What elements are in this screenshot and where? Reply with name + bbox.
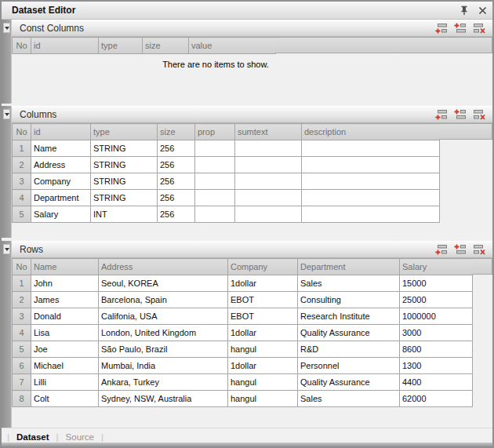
collapse-button[interactable]	[3, 23, 10, 33]
cell-name[interactable]: Donald	[31, 308, 99, 325]
cell-prop[interactable]	[195, 190, 235, 206]
cell-no[interactable]: 6	[13, 358, 31, 374]
cell-company[interactable]: hangul	[228, 391, 298, 407]
column-header-company[interactable]: Company	[228, 259, 298, 275]
column-header-type[interactable]: type	[99, 38, 143, 54]
cell-no[interactable]: 2	[13, 157, 31, 173]
cell-description[interactable]	[302, 140, 440, 157]
pin-button[interactable]	[459, 5, 470, 16]
cell-salary[interactable]: 1000000	[400, 308, 473, 325]
cell-size[interactable]: 256	[158, 206, 195, 223]
column-header-salary[interactable]: Salary	[400, 259, 473, 275]
cell-no[interactable]: 5	[13, 341, 31, 358]
cell-salary[interactable]: 62000	[400, 391, 473, 407]
cell-id[interactable]: Name	[31, 140, 91, 157]
cell-company[interactable]: 1dollar	[228, 358, 298, 374]
cell-salary[interactable]: 3000	[400, 325, 473, 341]
cell-prop[interactable]	[195, 173, 235, 190]
column-header-department[interactable]: Department	[298, 259, 400, 275]
cell-prop[interactable]	[195, 206, 235, 223]
cell-name[interactable]: Lilli	[31, 374, 99, 391]
cell-address[interactable]: Barcelona, Spain	[99, 292, 228, 308]
cell-name[interactable]: John	[31, 275, 99, 292]
cell-sumtext[interactable]	[235, 173, 302, 190]
cell-sumtext[interactable]	[235, 157, 302, 173]
cell-company[interactable]: hangul	[228, 374, 298, 391]
column-header-value[interactable]: value	[189, 38, 276, 54]
cell-salary[interactable]: 4400	[400, 374, 473, 391]
column-header-description[interactable]: description	[302, 124, 440, 140]
cell-prop[interactable]	[195, 140, 235, 157]
cell-no[interactable]: 8	[13, 391, 31, 407]
cell-sumtext[interactable]	[235, 190, 302, 206]
cell-description[interactable]	[302, 206, 440, 223]
insert-row-button[interactable]	[454, 244, 467, 255]
cell-department[interactable]: Research Institute	[298, 308, 400, 325]
cell-id[interactable]: Department	[31, 190, 91, 206]
cell-company[interactable]: hangul	[228, 341, 298, 358]
delete-row-button[interactable]	[473, 244, 485, 255]
cell-name[interactable]: Lisa	[31, 325, 99, 341]
cell-department[interactable]: Sales	[298, 391, 400, 407]
cell-size[interactable]: 256	[158, 140, 195, 157]
cell-no[interactable]: 1	[13, 275, 31, 292]
cell-no[interactable]: 5	[13, 206, 31, 223]
cell-address[interactable]: Mumbai, India	[99, 358, 228, 374]
cell-salary[interactable]: 25000	[400, 292, 473, 308]
cell-sumtext[interactable]	[235, 206, 302, 223]
cell-no[interactable]: 2	[13, 292, 31, 308]
cell-name[interactable]: James	[31, 292, 99, 308]
cell-company[interactable]: 1dollar	[228, 275, 298, 292]
cell-address[interactable]: Ankara, Turkey	[99, 374, 228, 391]
cell-id[interactable]: Salary	[31, 206, 91, 223]
cell-no[interactable]: 4	[13, 325, 31, 341]
cell-type[interactable]: INT	[91, 206, 158, 223]
insert-row-button[interactable]	[454, 109, 467, 120]
close-button[interactable]	[477, 5, 488, 16]
cell-id[interactable]: Address	[31, 157, 91, 173]
cell-department[interactable]: R&D	[298, 341, 400, 358]
cell-salary[interactable]: 8600	[400, 341, 473, 358]
cell-description[interactable]	[302, 173, 440, 190]
column-header-size[interactable]: size	[158, 124, 195, 140]
cell-address[interactable]: Califonia, USA	[99, 308, 228, 325]
collapse-button[interactable]	[3, 244, 10, 254]
cell-type[interactable]: STRING	[91, 140, 158, 157]
add-row-button[interactable]	[435, 23, 448, 34]
cell-company[interactable]: EBOT	[228, 308, 298, 325]
delete-row-button[interactable]	[473, 23, 485, 34]
column-header-id[interactable]: id	[31, 124, 91, 140]
cell-size[interactable]: 256	[158, 173, 195, 190]
cell-name[interactable]: Michael	[31, 358, 99, 374]
cell-address[interactable]: London, United Kingdom	[99, 325, 228, 341]
collapse-button[interactable]	[3, 109, 10, 119]
tab-source[interactable]: Source	[66, 432, 94, 442]
column-header-no[interactable]: No	[13, 38, 31, 54]
add-row-button[interactable]	[435, 109, 448, 120]
cell-description[interactable]	[302, 190, 440, 206]
cell-size[interactable]: 256	[158, 157, 195, 173]
tab-dataset[interactable]: Dataset	[16, 432, 49, 442]
delete-row-button[interactable]	[473, 109, 485, 120]
cell-sumtext[interactable]	[235, 140, 302, 157]
column-header-prop[interactable]: prop	[195, 124, 235, 140]
cell-address[interactable]: Seoul, KOREA	[99, 275, 228, 292]
cell-address[interactable]: Sydney, NSW, Australia	[99, 391, 228, 407]
cell-no[interactable]: 7	[13, 374, 31, 391]
column-header-type[interactable]: type	[91, 124, 158, 140]
cell-no[interactable]: 3	[13, 308, 31, 325]
cell-address[interactable]: São Paulo, Brazil	[99, 341, 228, 358]
column-header-id[interactable]: id	[31, 38, 99, 54]
cell-name[interactable]: Joe	[31, 341, 99, 358]
cell-department[interactable]: Personnel	[298, 358, 400, 374]
cell-department[interactable]: Consulting	[298, 292, 400, 308]
cell-type[interactable]: STRING	[91, 157, 158, 173]
cell-no[interactable]: 4	[13, 190, 31, 206]
cell-id[interactable]: Company	[31, 173, 91, 190]
cell-salary[interactable]: 1300	[400, 358, 473, 374]
cell-prop[interactable]	[195, 157, 235, 173]
add-row-button[interactable]	[435, 244, 448, 255]
column-header-address[interactable]: Address	[99, 259, 228, 275]
cell-type[interactable]: STRING	[91, 190, 158, 206]
cell-description[interactable]	[302, 157, 440, 173]
